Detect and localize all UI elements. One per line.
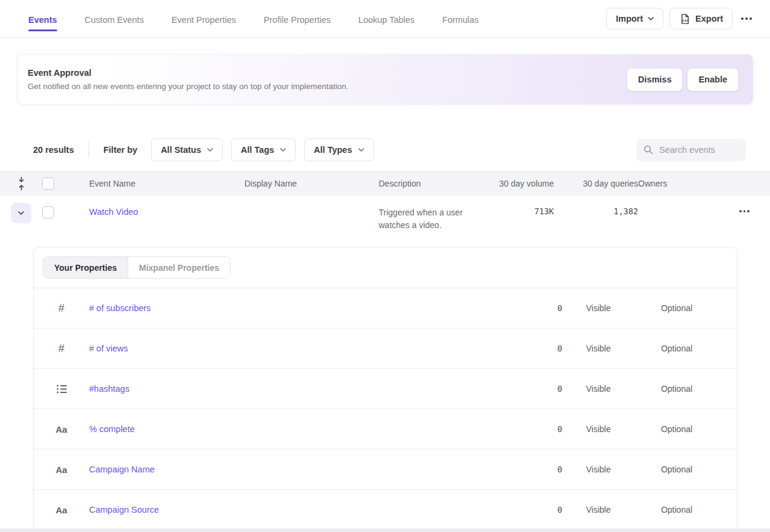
events-table-header: Event Name Display Name Description 30 d… — [0, 171, 770, 196]
property-visibility: Visible — [562, 303, 635, 313]
event-display-name — [244, 196, 379, 206]
row-checkbox[interactable] — [42, 206, 54, 218]
property-queries: 0 — [502, 505, 562, 515]
number-type-icon: # — [34, 342, 89, 355]
dismiss-button[interactable]: Dismiss — [627, 69, 683, 91]
chevron-down-icon — [207, 148, 213, 152]
filter-all-tags[interactable]: All Tags — [231, 138, 296, 161]
property-link[interactable]: Campaign Source — [89, 505, 159, 515]
property-requirement: Optional — [635, 344, 719, 353]
export-button[interactable]: csv Export — [669, 8, 733, 29]
property-requirement: Optional — [635, 384, 719, 394]
tab-events[interactable]: Events — [28, 7, 57, 31]
property-queries: 0 — [502, 303, 562, 313]
text-type-icon: Aa — [34, 505, 89, 515]
col-owners: Owners — [638, 179, 728, 188]
property-requirement: Optional — [635, 303, 719, 313]
toolbar-divider — [88, 142, 89, 158]
property-visibility: Visible — [562, 505, 635, 515]
col-description: Description — [379, 179, 488, 188]
svg-text:csv: csv — [682, 18, 689, 22]
property-row: #hashtags 0 Visible Optional — [34, 369, 737, 409]
properties-tab-bar: Your Properties Mixpanel Properties — [34, 247, 737, 288]
filter-toolbar: 20 results Filter by All Status All Tags… — [0, 136, 770, 164]
filter-all-status[interactable]: All Status — [151, 138, 223, 161]
chevron-down-icon — [280, 148, 286, 152]
property-link[interactable]: # of views — [89, 344, 128, 353]
filter-all-types[interactable]: All Types — [304, 138, 373, 161]
top-nav: Events Custom Events Event Properties Pr… — [0, 0, 770, 38]
import-button[interactable]: Import — [606, 8, 663, 29]
enable-button[interactable]: Enable — [688, 69, 738, 91]
tab-custom-events[interactable]: Custom Events — [85, 7, 144, 31]
property-row: Aa Campaign Source 0 Visible Optional — [34, 490, 737, 530]
col-event-name: Event Name — [89, 179, 244, 188]
results-count: 20 results — [33, 145, 74, 155]
search-events-input[interactable] — [659, 145, 737, 155]
search-events-box — [636, 139, 746, 161]
property-queries: 0 — [502, 424, 562, 434]
lexicon-events-page: Events Custom Events Event Properties Pr… — [0, 0, 770, 532]
search-icon — [644, 145, 653, 155]
text-type-icon: Aa — [34, 424, 89, 435]
tab-profile-properties[interactable]: Profile Properties — [264, 7, 331, 31]
property-row: # # of subscribers 0 Visible Optional — [34, 288, 737, 329]
more-actions-icon[interactable] — [739, 14, 754, 23]
event-approval-banner: Event Approval Get notified on all new e… — [17, 54, 753, 105]
property-link[interactable]: # of subscribers — [89, 303, 151, 313]
banner-title: Event Approval — [28, 68, 349, 78]
csv-file-icon: csv — [679, 13, 691, 25]
property-requirement: Optional — [635, 465, 719, 474]
tab-lookup-tables[interactable]: Lookup Tables — [358, 7, 414, 31]
banner-description: Get notified on all new events entering … — [28, 82, 349, 91]
col-display-name: Display Name — [244, 179, 379, 188]
number-type-icon: # — [34, 302, 89, 315]
select-all-checkbox[interactable] — [42, 178, 54, 190]
property-requirement: Optional — [635, 505, 719, 515]
chevron-down-icon — [358, 148, 364, 152]
property-link[interactable]: #hashtags — [89, 384, 129, 394]
row-more-icon[interactable] — [739, 196, 770, 212]
event-owners — [638, 196, 728, 206]
event-description: Triggered when a user watches a video. — [379, 196, 488, 232]
event-properties-panel: Your Properties Mixpanel Properties # # … — [33, 247, 737, 532]
property-queries: 0 — [502, 344, 562, 353]
text-type-icon: Aa — [34, 465, 89, 475]
property-queries: 0 — [502, 384, 562, 394]
event-volume: 713K — [488, 196, 554, 216]
property-link[interactable]: Campaign Name — [89, 465, 155, 474]
col-30-day-volume: 30 day volume — [488, 179, 554, 188]
nav-tabs: Events Custom Events Event Properties Pr… — [28, 7, 479, 31]
tab-your-properties[interactable]: Your Properties — [43, 257, 128, 278]
filter-by-label: Filter by — [104, 145, 137, 155]
tab-mixpanel-properties[interactable]: Mixpanel Properties — [128, 257, 230, 278]
event-name-link[interactable]: Watch Video — [89, 207, 138, 217]
horizontal-scrollbar[interactable] — [0, 528, 770, 532]
property-row: Aa Campaign Name 0 Visible Optional — [34, 450, 737, 490]
collapse-all-icon[interactable] — [0, 176, 42, 191]
property-link[interactable]: % complete — [89, 424, 135, 434]
tab-formulas[interactable]: Formulas — [442, 7, 479, 31]
event-queries: 1,382 — [554, 196, 638, 216]
property-visibility: Visible — [562, 424, 635, 434]
list-type-icon — [34, 385, 89, 394]
nav-actions: Import csv Export — [606, 8, 754, 29]
property-queries: 0 — [502, 465, 562, 474]
event-row-watch-video: Watch Video Triggered when a user watche… — [0, 196, 770, 238]
property-visibility: Visible — [562, 344, 635, 353]
tab-events-label: Events — [28, 15, 57, 25]
property-visibility: Visible — [562, 384, 635, 394]
active-tab-underline — [28, 29, 57, 31]
chevron-down-icon — [648, 17, 654, 20]
col-30-day-queries: 30 day queries — [554, 179, 638, 188]
collapse-row-button[interactable] — [11, 203, 31, 223]
property-row: Aa % complete 0 Visible Optional — [34, 409, 737, 450]
property-requirement: Optional — [635, 424, 719, 434]
chevron-down-icon — [18, 211, 24, 215]
tab-event-properties[interactable]: Event Properties — [172, 7, 236, 31]
property-visibility: Visible — [562, 465, 635, 474]
property-row: # # of views 0 Visible Optional — [34, 329, 737, 369]
